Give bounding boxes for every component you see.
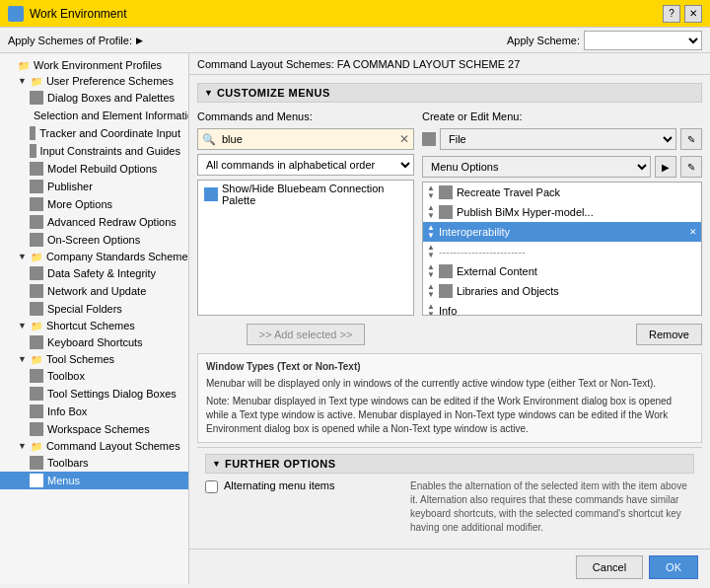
help-button[interactable]: ?: [663, 5, 680, 23]
sidebar-label: Toolbox: [47, 370, 85, 382]
down-arrow[interactable]: ▼: [427, 311, 435, 316]
move-arrows[interactable]: ▲▼: [427, 204, 435, 220]
sidebar-item-input-constraints[interactable]: Input Constraints and Guides: [0, 142, 188, 160]
down-arrow[interactable]: ▼: [427, 271, 435, 279]
title-bar: Work Environment ? ✕: [0, 0, 710, 28]
move-arrows[interactable]: ▲▼: [427, 263, 435, 279]
menu-row-external-content[interactable]: ▲▼ External Content: [423, 261, 701, 281]
sidebar-item-selection-info[interactable]: Selection and Element Information: [0, 107, 188, 124]
sidebar-item-shortcut-schemes[interactable]: ▼ 📁 Shortcut Schemes: [0, 318, 188, 333]
search-clear-button[interactable]: ✕: [395, 132, 413, 146]
expand-icon: ▼: [18, 321, 27, 331]
further-collapse-icon[interactable]: ▼: [212, 459, 221, 469]
sidebar-item-company-standards[interactable]: ▼ 📁 Company Standards Schemes: [0, 249, 188, 264]
down-arrow[interactable]: ▼: [427, 192, 435, 200]
file-menu-dropdown[interactable]: File: [440, 128, 676, 150]
sidebar-item-more-options[interactable]: More Options: [0, 195, 188, 213]
sidebar-item-data-safety[interactable]: Data Safety & Integrity: [0, 264, 188, 282]
bottom-bar: Cancel OK: [189, 549, 710, 584]
sidebar-item-model-rebuild[interactable]: Model Rebuild Options: [0, 160, 188, 178]
sidebar-label: Work Environment Profiles: [34, 59, 162, 71]
remove-button[interactable]: Remove: [636, 324, 702, 345]
ok-button[interactable]: OK: [649, 555, 698, 579]
menu-items-list: ▲▼ Recreate Travel Pack ▲▼ Publish BiMx …: [422, 182, 702, 316]
sidebar-label: Selection and Element Information: [34, 110, 189, 121]
move-arrows[interactable]: ▲▼: [427, 244, 435, 259]
menu-row-recreate-travel[interactable]: ▲▼ Recreate Travel Pack: [423, 183, 701, 202]
menu-row-libraries[interactable]: ▲▼ Libraries and Objects: [423, 281, 701, 301]
move-arrows[interactable]: ▲▼: [427, 303, 435, 316]
filter-dropdown[interactable]: All commands in alphabetical order Recen…: [197, 154, 414, 176]
sidebar-item-dialog-boxes[interactable]: Dialog Boxes and Palettes: [0, 89, 188, 107]
menu-row-publish-bimx[interactable]: ▲▼ Publish BiMx Hyper-model...: [423, 202, 701, 222]
sidebar-icon: [30, 126, 36, 140]
menu-edit-panel: Create or Edit Menu: File ✎ Menu Options: [422, 110, 702, 349]
move-arrows[interactable]: ▲▼: [427, 184, 435, 200]
further-options-header: ▼ FURTHER OPTIONS: [205, 454, 694, 474]
cancel-button[interactable]: Cancel: [576, 555, 643, 579]
sidebar-item-menus[interactable]: Menus: [0, 472, 188, 489]
sidebar-label: Workspace Schemes: [47, 423, 150, 435]
menu-row-interoperability[interactable]: ▲▼ Interoperability ✕: [423, 222, 701, 242]
move-arrows[interactable]: ▲▼: [427, 283, 435, 299]
menu-row-info[interactable]: ▲▼ Info: [423, 301, 701, 316]
sidebar-item-work-env-profiles[interactable]: 📁 Work Environment Profiles: [0, 57, 188, 73]
sidebar-item-on-screen[interactable]: On-Screen Options: [0, 231, 188, 249]
add-selected-button[interactable]: >> Add selected >>: [247, 324, 366, 345]
sidebar-item-keyboard-shortcuts[interactable]: Keyboard Shortcuts: [0, 333, 188, 351]
menu-row-separator1[interactable]: ▲▼ ------------------------: [423, 242, 701, 261]
down-arrow[interactable]: ▼: [427, 252, 435, 259]
menu-edit-button[interactable]: ✎: [680, 128, 702, 150]
sidebar-icon: [30, 335, 43, 349]
app-icon: [8, 6, 24, 22]
sidebar-label: More Options: [47, 198, 112, 210]
sidebar-item-special-folders[interactable]: Special Folders: [0, 300, 188, 318]
sidebar-item-info-box[interactable]: Info Box: [0, 403, 188, 420]
sidebar-item-publisher[interactable]: Publisher: [0, 178, 188, 195]
sidebar-label: Publisher: [47, 181, 93, 192]
sidebar-icon: [30, 215, 43, 229]
sidebar-item-tracker[interactable]: Tracker and Coordinate Input: [0, 124, 188, 142]
search-input[interactable]: [220, 133, 395, 145]
sidebar-icon: [30, 456, 43, 470]
sidebar-item-workspace-schemes[interactable]: Workspace Schemes: [0, 420, 188, 438]
sidebar-label: Toolbars: [47, 457, 89, 469]
folder-icon: 📁: [18, 60, 30, 71]
down-arrow[interactable]: ▼: [427, 232, 435, 240]
menu-header: File ✎: [422, 128, 702, 150]
sidebar-item-user-pref[interactable]: ▼ 📁 User Preference Schemes: [0, 73, 188, 89]
row-label-interoperability: Interoperability: [439, 226, 679, 238]
sidebar-icon: [30, 162, 43, 176]
sidebar-icon: [30, 369, 43, 383]
collapse-icon[interactable]: ▼: [204, 88, 213, 98]
menu-options-expand-button[interactable]: ▶: [655, 156, 676, 178]
cmd-item-bluebeam[interactable]: Show/Hide Bluebeam Connection Palette: [198, 181, 413, 208]
menu-options-bar: Menu Options ▶ ✎: [422, 156, 702, 178]
down-arrow[interactable]: ▼: [427, 291, 435, 299]
close-button[interactable]: ✕: [684, 5, 702, 23]
alternating-desc: Enables the alternation of the selected …: [410, 479, 694, 535]
sidebar-icon: [30, 233, 43, 247]
sidebar-item-toolbox[interactable]: Toolbox: [0, 367, 188, 385]
window-types-text: Menubar will be displayed only in window…: [206, 377, 693, 391]
sidebar-item-tool-schemes[interactable]: ▼ 📁 Tool Schemes: [0, 351, 188, 367]
further-options-title: FURTHER OPTIONS: [225, 458, 336, 470]
down-arrow[interactable]: ▼: [427, 212, 435, 220]
menu-options-dropdown[interactable]: Menu Options: [422, 156, 651, 178]
apply-scheme-dropdown[interactable]: [584, 31, 702, 50]
sidebar-item-network-update[interactable]: Network and Update: [0, 282, 188, 300]
sidebar-item-toolbars[interactable]: Toolbars: [0, 454, 188, 472]
sidebar-item-cmd-layout-schemes[interactable]: ▼ 📁 Command Layout Schemes: [0, 438, 188, 454]
sidebar-label: Advanced Redraw Options: [47, 216, 177, 228]
menu-options-edit-button[interactable]: ✎: [680, 156, 702, 178]
sidebar-item-tool-settings[interactable]: Tool Settings Dialog Boxes: [0, 385, 188, 403]
folder-icon: 📁: [31, 441, 42, 452]
remove-btn-row: Remove: [422, 320, 702, 349]
expand-icon: ▶: [136, 36, 143, 45]
move-arrows[interactable]: ▲▼: [427, 224, 435, 240]
sidebar-label: Company Standards Schemes: [46, 251, 189, 262]
sidebar-item-advanced-redraw[interactable]: Advanced Redraw Options: [0, 213, 188, 231]
sidebar-label: Special Folders: [47, 303, 122, 315]
row-label-info: Info: [439, 305, 697, 316]
alternating-checkbox[interactable]: [205, 480, 218, 493]
